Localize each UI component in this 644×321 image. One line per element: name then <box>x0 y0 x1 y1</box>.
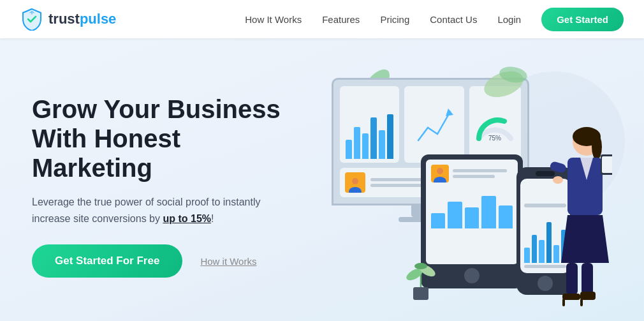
svg-point-16 <box>592 134 602 160</box>
hero-title: Grow Your Business With Honest Marketing <box>32 94 300 183</box>
svg-rect-29 <box>562 299 565 306</box>
svg-rect-9 <box>413 287 428 300</box>
nav-pricing[interactable]: Pricing <box>380 14 409 25</box>
svg-point-8 <box>434 177 446 183</box>
hero-cta-area: Get Started For Free How it Works <box>32 244 300 278</box>
arrow-chart-card <box>404 86 464 163</box>
nav-contact[interactable]: Contact Us <box>430 14 477 25</box>
svg-point-5 <box>352 178 358 184</box>
tablet-avatar <box>431 165 449 183</box>
svg-rect-28 <box>580 292 596 300</box>
svg-rect-27 <box>562 294 580 300</box>
nav-how-it-works[interactable]: How It Works <box>245 14 302 25</box>
leaf-top-right <box>478 59 529 103</box>
tablet-screen <box>426 160 518 264</box>
hero-how-it-works-link[interactable]: How it Works <box>200 256 256 267</box>
main-nav: How It Works Features Pricing Contact Us… <box>245 8 624 31</box>
hero-section: Grow Your Business With Honest Marketing… <box>0 38 644 321</box>
svg-rect-19 <box>549 161 567 174</box>
bar-chart-card <box>340 86 399 163</box>
svg-rect-22 <box>602 156 612 173</box>
svg-point-7 <box>437 168 443 174</box>
svg-text:75%: 75% <box>488 135 501 142</box>
hero-get-started-button[interactable]: Get Started For Free <box>32 244 182 278</box>
svg-marker-3 <box>446 108 453 116</box>
plant <box>402 250 440 301</box>
hero-text-block: Grow Your Business With Honest Marketing… <box>32 94 300 278</box>
tablet-home-button <box>464 268 479 283</box>
hero-illustration: 75% <box>319 65 612 308</box>
tablet-bar-chart <box>431 190 513 228</box>
svg-rect-25 <box>566 263 578 295</box>
svg-rect-26 <box>582 263 593 295</box>
logo-text: trustpulse <box>48 11 116 27</box>
svg-rect-30 <box>580 299 583 306</box>
svg-point-23 <box>553 176 563 184</box>
header-get-started-button[interactable]: Get Started <box>541 8 624 31</box>
logo: trustpulse <box>20 8 116 31</box>
svg-point-6 <box>349 187 362 193</box>
tablet-text-lines <box>453 169 513 178</box>
hero-subtitle: Leverage the true power of social proof … <box>32 194 300 227</box>
logo-icon <box>20 8 43 31</box>
nav-login[interactable]: Login <box>497 14 521 25</box>
svg-marker-24 <box>561 215 609 263</box>
woman-figure <box>529 123 612 308</box>
svg-point-13 <box>414 263 427 269</box>
nav-features[interactable]: Features <box>322 14 360 25</box>
header: trustpulse How It Works Features Pricing… <box>0 0 644 38</box>
tablet-profile <box>431 165 513 183</box>
